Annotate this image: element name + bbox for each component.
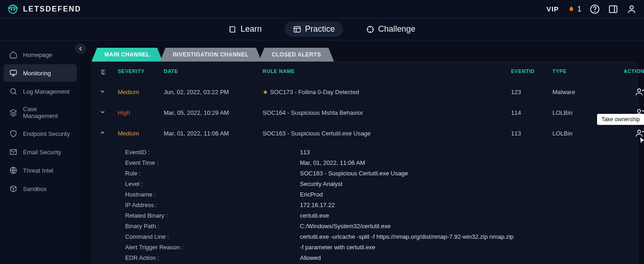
topbar-right: VIP 1	[546, 4, 637, 14]
tab-practice[interactable]: Practice	[285, 22, 343, 37]
sidebar-item-endpoint[interactable]: Endpoint Security	[4, 125, 77, 142]
detail-label: EventID :	[125, 149, 300, 156]
topbar: LETSDEFEND VIP 1	[0, 0, 644, 18]
sidebar-item-homepage[interactable]: Homepage	[4, 46, 77, 63]
sidebar-collapse[interactable]	[75, 43, 86, 54]
svg-point-15	[103, 73, 104, 75]
star-icon: ★	[263, 89, 268, 95]
detail-label: IP Address :	[125, 202, 300, 208]
svg-point-1	[11, 9, 12, 10]
take-ownership-button[interactable]: Take ownership	[608, 129, 644, 138]
tab-practice-label: Practice	[305, 24, 335, 34]
eventid-cell: 113	[511, 130, 552, 137]
cursor-icon	[638, 137, 644, 144]
filter-icon[interactable]	[99, 68, 118, 77]
chevron-up-icon	[99, 129, 106, 136]
date-cell: Mar, 01, 2022, 11:06 AM	[164, 130, 263, 137]
sidebar-item-sandbox[interactable]: Sandbox	[4, 180, 77, 197]
table-row[interactable]: Medium Jun, 02, 2022, 03:22 PM ★SOC173 -…	[92, 81, 637, 102]
type-cell: LOLBin	[552, 130, 608, 137]
chevron-down-icon	[99, 88, 106, 95]
brand-name: LETSDEFEND	[23, 5, 81, 13]
sidebar-item-threat[interactable]: Threat Intel	[4, 162, 77, 179]
chevron-left-icon	[77, 45, 84, 52]
table-row[interactable]: High Mar, 05, 2022, 10:29 AM SOC164 - Su…	[92, 102, 637, 123]
detail-value: Mar, 01, 2022, 11:06 AM	[300, 159, 365, 166]
eventid-cell: 123	[511, 89, 552, 95]
rule-cell: SOC164 - Suspicious Mshta Behavior	[263, 109, 511, 116]
row-details: EventID :113 Event Time :Mar, 01, 2022, …	[92, 143, 637, 264]
expand-toggle[interactable]	[99, 88, 118, 96]
detail-label: Command Line :	[125, 233, 300, 240]
expand-toggle[interactable]	[99, 109, 118, 117]
panel-icon[interactable]	[608, 4, 618, 14]
svg-rect-5	[610, 6, 617, 12]
expand-toggle[interactable]	[99, 129, 118, 137]
detail-value: 113	[300, 149, 310, 156]
svg-point-2	[14, 9, 15, 10]
svg-point-13	[103, 70, 104, 71]
severity-cell: Medium	[118, 89, 164, 95]
col-rule[interactable]: RULE NAME	[263, 68, 511, 77]
sidebar-item-monitoring[interactable]: Monitoring	[4, 64, 77, 82]
detail-value: SOC163 - Suspicious Certutil.exe Usage	[300, 170, 408, 177]
table-row[interactable]: Medium Mar, 01, 2022, 11:06 AM SOC163 - …	[92, 123, 637, 143]
sidebar: Homepage Monitoring Log Management Case …	[0, 40, 80, 264]
severity-cell: Medium	[118, 130, 164, 137]
sidebar-item-label: Sandbox	[23, 185, 46, 192]
detail-value: certutil.exe	[300, 212, 329, 219]
detail-value: -f parameter with certutil.exe	[300, 244, 375, 251]
tab-learn-label: Learn	[241, 24, 262, 34]
streak[interactable]: 1	[567, 5, 581, 13]
detail-label: Hostname :	[125, 191, 300, 198]
content-panel: MAIN CHANNEL INVESTIGATION CHANNEL CLOSE…	[80, 40, 644, 264]
channel-closed[interactable]: CLOSED ALERTS	[259, 48, 334, 62]
col-severity[interactable]: SEVERITY	[118, 68, 164, 77]
globe-icon	[9, 166, 17, 174]
table-header: SEVERITY DATE RULE NAME EVENTID TYPE ACT…	[92, 62, 637, 81]
col-eventid[interactable]: EVENTID	[511, 68, 552, 77]
svg-point-18	[638, 130, 641, 133]
layers-icon	[9, 108, 17, 117]
flame-icon	[567, 5, 575, 13]
detail-label: Related Binary :	[125, 212, 300, 219]
mail-icon	[9, 148, 17, 156]
sidebar-item-case[interactable]: Case Management	[4, 101, 77, 124]
user-icon[interactable]	[627, 4, 637, 14]
col-type[interactable]: TYPE	[552, 68, 608, 77]
sidebar-item-label: Homepage	[23, 51, 52, 58]
tab-learn[interactable]: Learn	[220, 22, 270, 37]
detail-value: Allowed	[300, 254, 321, 261]
sidebar-item-log[interactable]: Log Management	[4, 83, 77, 100]
detail-value: 172.16.17.22	[300, 202, 335, 208]
help-icon[interactable]	[590, 4, 600, 14]
severity-cell: High	[118, 109, 164, 116]
take-ownership-button[interactable]	[608, 87, 644, 96]
sidebar-item-email[interactable]: Email Security	[4, 143, 77, 161]
tooltip: Take ownership	[597, 114, 644, 125]
shield-icon	[9, 129, 17, 138]
date-cell: Mar, 05, 2022, 10:29 AM	[164, 109, 263, 116]
svg-point-6	[630, 6, 633, 9]
detail-value: certutil.exe -urlcache -split -f https:/…	[300, 233, 514, 240]
svg-point-10	[11, 89, 16, 94]
type-cell: Malware	[552, 89, 608, 95]
brand[interactable]: LETSDEFEND	[7, 4, 81, 15]
date-cell: Jun, 02, 2022, 03:22 PM	[164, 89, 263, 95]
channel-tabs: MAIN CHANNEL INVESTIGATION CHANNEL CLOSE…	[92, 48, 638, 62]
brand-icon	[7, 4, 18, 15]
sidebar-item-label: Threat Intel	[23, 167, 53, 174]
sidebar-item-label: Log Management	[23, 88, 69, 95]
rule-cell: ★SOC173 - Follina 0-Day Detected	[263, 89, 511, 95]
box-icon	[9, 185, 17, 193]
sidebar-item-label: Email Security	[23, 149, 61, 156]
vip-badge[interactable]: VIP	[546, 5, 559, 13]
nav-tabs: Learn Practice Challenge	[0, 18, 644, 40]
channel-main[interactable]: MAIN CHANNEL	[92, 48, 163, 62]
tab-challenge[interactable]: Challenge	[358, 22, 424, 37]
monitor-icon	[9, 69, 17, 77]
search-icon	[9, 87, 17, 95]
channel-investigation[interactable]: INVESTIGATION CHANNEL	[160, 48, 262, 62]
svg-rect-9	[10, 70, 17, 74]
col-date[interactable]: DATE	[164, 68, 263, 77]
